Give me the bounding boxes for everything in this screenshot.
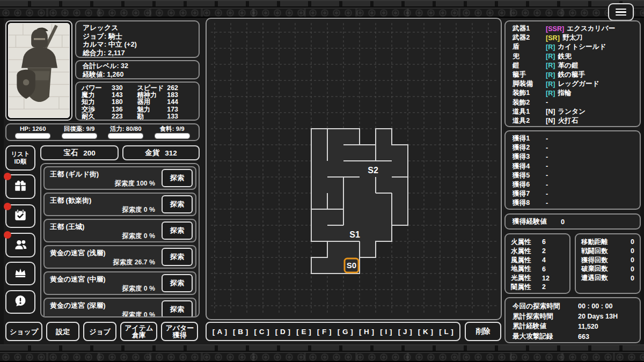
footer-button[interactable]: ジョブ xyxy=(83,322,116,341)
location-progress: 探索度 0 % xyxy=(122,284,156,293)
floor-letter-button[interactable]: [ I ] xyxy=(380,328,392,336)
floor-letter-button[interactable]: [ K ] xyxy=(418,328,434,336)
resource-gauge: 回復薬: 9/9 xyxy=(56,125,103,139)
resource-bar-fill xyxy=(16,134,50,138)
counter-label: 移動距離 xyxy=(581,238,608,247)
equipment-rarity: [SR] xyxy=(546,34,560,42)
footer-button[interactable]: アイテム 倉庫 xyxy=(120,322,157,341)
stat-row: 器用 144 xyxy=(137,99,193,106)
chat-alert-icon xyxy=(13,294,27,310)
counter-label: 戦闘回数 xyxy=(581,247,608,256)
floor-letter-button[interactable]: [ D ] xyxy=(275,328,291,336)
explore-button[interactable]: 探索 xyxy=(162,169,193,187)
character-info-panel: アレックス ジョブ: 騎士 カルマ: 中立 (+2) 総合力: 2,117 xyxy=(75,20,200,58)
equipment-name: 鉄兜 xyxy=(558,52,571,61)
location-row: 王都 (歓楽街) 探索度 0 % 探索 xyxy=(43,193,196,216)
stat-row: 知力 180 xyxy=(82,99,133,106)
stats-panel: パワー 330 スピード 262 魔力 143 精神力 183 知力 180 器… xyxy=(75,82,200,121)
counters-panel: 移動距離 0 戦闘回数 0 獲得回数 0 破棄回数 0 遭遇回数 0 xyxy=(575,233,641,294)
session-label: 累計探索時間 xyxy=(513,312,578,321)
notice-button[interactable] xyxy=(5,290,35,314)
element-row: 火属性 6 xyxy=(506,238,569,247)
explore-button[interactable]: 探索 xyxy=(162,221,193,240)
acquisition-row: 獲得6 - xyxy=(506,180,640,189)
session-value: 00 : 00 : 00 xyxy=(578,302,612,310)
zone-label: S1 xyxy=(349,230,360,239)
session-value: 20 Days 13H xyxy=(578,313,618,320)
counter-value: 0 xyxy=(631,275,634,282)
floor-letter-button[interactable]: [ C ] xyxy=(254,328,269,336)
footer-button[interactable]: アバター 獲得 xyxy=(161,322,198,341)
acquisition-value: - xyxy=(546,135,548,143)
footer-button-bar: ショップ 設定 ジョブ アイテム 倉庫 アバター 獲得 xyxy=(5,322,202,341)
equipment-name: 鉄の籠手 xyxy=(558,70,585,79)
footer-button[interactable]: 設定 xyxy=(46,322,79,341)
resource-label: 活力: 80/80 xyxy=(110,125,142,132)
list-sort-label-line2: ID順 xyxy=(14,158,27,166)
resource-label: 回復薬: 9/9 xyxy=(64,125,95,132)
gift-icon xyxy=(13,179,27,195)
resource-gauges-panel: HP: 1260 回復薬: 9/9 活力: 80/80 食料: 9/9 xyxy=(5,123,200,141)
session-value: 663 xyxy=(578,333,589,341)
footer-button[interactable]: ショップ xyxy=(5,322,42,341)
crown-icon xyxy=(13,265,27,282)
gems-display: 宝石 200 xyxy=(40,145,119,160)
counter-row: 破棄回数 0 xyxy=(576,264,640,274)
stat-row: 勘 133 xyxy=(137,113,193,120)
counter-value: 0 xyxy=(631,238,634,246)
element-label: 光属性 xyxy=(511,274,542,283)
location-row: 黄金の迷宮 (深層) 探索度 0 % 探索 xyxy=(43,298,196,317)
ranking-button[interactable] xyxy=(5,262,35,285)
equipment-rarity: [R] xyxy=(546,62,555,69)
floor-letter-button[interactable]: [ G ] xyxy=(338,328,354,336)
list-sort-button[interactable]: リスト ID順 xyxy=(5,145,35,171)
equipment-row: 道具2 [N] 火打石 xyxy=(506,116,640,125)
footer-button-label: ジョブ xyxy=(89,328,111,335)
calendar-button[interactable] xyxy=(5,204,35,228)
delete-button[interactable]: 削除 xyxy=(465,322,501,341)
floor-letter-button[interactable]: [ L ] xyxy=(439,328,453,336)
stat-label: 魅力 xyxy=(137,106,167,113)
counter-value: 0 xyxy=(631,265,634,273)
acquisition-value: - xyxy=(546,172,548,179)
floor-letter-button[interactable]: [ B ] xyxy=(233,328,248,336)
floor-letter-button[interactable]: [ J ] xyxy=(398,328,413,336)
location-row-text: 王都 (王城) 探索度 0 % xyxy=(50,220,162,241)
element-row: 地属性 6 xyxy=(506,264,569,274)
equipment-name: - xyxy=(546,99,548,106)
floor-letter-button[interactable]: [ H ] xyxy=(359,328,375,336)
equipment-name: ランタン xyxy=(558,107,586,116)
floor-letter-button[interactable]: [ A ] xyxy=(213,328,228,336)
element-value: 12 xyxy=(542,275,550,282)
total-level: 合計レベル: 32 xyxy=(83,62,192,71)
location-progress: 探索度 0 % xyxy=(122,311,156,317)
floor-letter-button[interactable]: [ F ] xyxy=(317,328,332,336)
session-row: 累計探索時間 20 Days 13H xyxy=(506,312,640,322)
acquisition-value: - xyxy=(546,181,548,189)
resource-gauge: HP: 1260 xyxy=(10,125,56,139)
explore-button[interactable]: 探索 xyxy=(162,274,193,292)
scrollwork-band xyxy=(0,352,644,362)
counter-row: 戦闘回数 0 xyxy=(576,247,640,256)
map-panel[interactable]: S2S1S0 xyxy=(206,18,502,320)
equipment-rarity: [R] xyxy=(546,90,555,97)
friends-button[interactable] xyxy=(5,233,35,257)
explore-button[interactable]: 探索 xyxy=(162,195,193,213)
equipment-row: 盾 [R] カイトシールド xyxy=(506,42,640,51)
gift-button[interactable] xyxy=(5,174,35,199)
floor-letter-button[interactable]: [ E ] xyxy=(296,328,311,336)
menu-button[interactable] xyxy=(608,3,634,21)
location-row-text: 黄金の迷宮 (浅層) 探索度 26.7 % xyxy=(50,246,162,268)
stat-label: 勘 xyxy=(137,113,167,120)
gems-value: 200 xyxy=(83,149,96,157)
equipment-slot: 武器1 xyxy=(513,24,546,33)
resource-label: HP: 1260 xyxy=(20,125,46,132)
location-progress: 探索度 100 % xyxy=(115,179,155,188)
frame-edge-right xyxy=(640,18,644,344)
counter-row: 移動距離 0 xyxy=(576,238,640,247)
explore-button[interactable]: 探索 xyxy=(162,248,193,266)
footer-button-label2: 倉庫 xyxy=(132,331,146,338)
explore-button[interactable]: 探索 xyxy=(162,300,193,317)
counter-value: 0 xyxy=(631,256,634,264)
element-label: 風属性 xyxy=(511,256,542,265)
